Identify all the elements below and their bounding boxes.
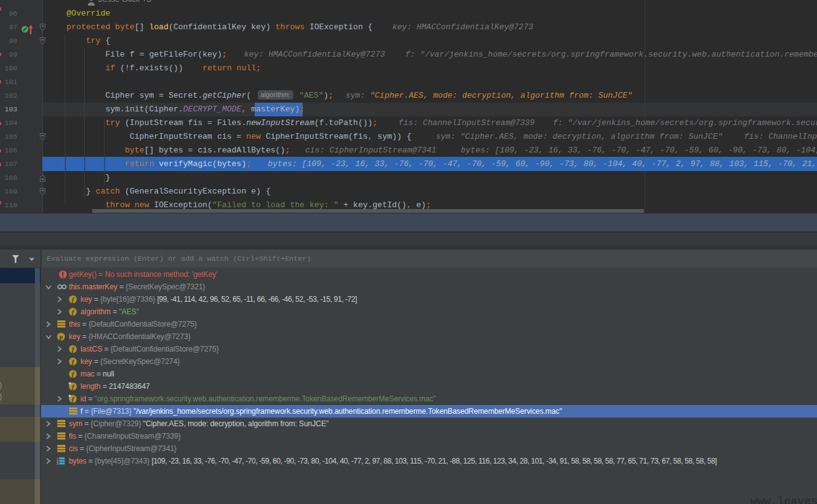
svg-text:3: 3 — [57, 462, 59, 465]
svg-text:p: p — [59, 334, 62, 340]
